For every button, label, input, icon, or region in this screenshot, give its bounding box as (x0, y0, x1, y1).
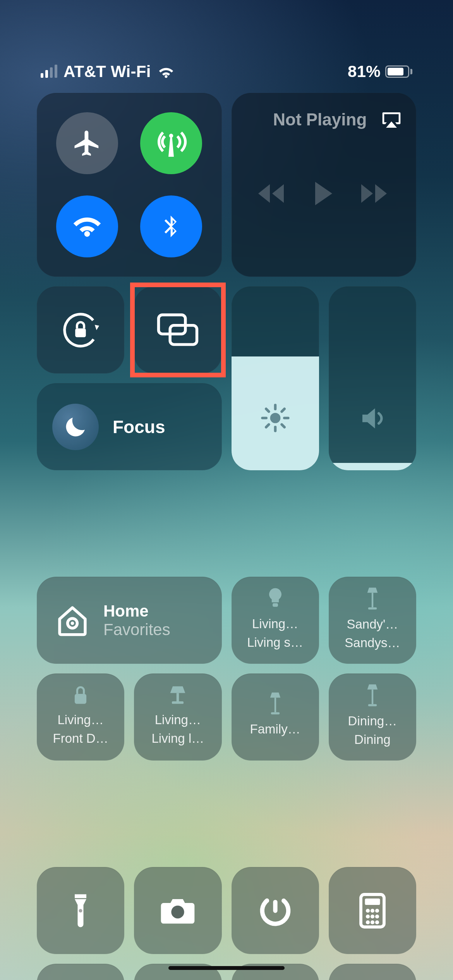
device-label-1: Living… (155, 712, 201, 728)
play-icon[interactable] (312, 181, 335, 206)
connectivity-module[interactable] (37, 93, 222, 277)
wifi-icon (157, 65, 175, 79)
floor-lamp-icon (365, 684, 380, 708)
airplay-icon[interactable] (381, 110, 402, 129)
svg-point-14 (71, 621, 74, 625)
svg-line-9 (266, 409, 269, 411)
device-label-1: Living… (58, 712, 104, 728)
svg-point-26 (172, 905, 184, 918)
forward-icon[interactable] (361, 182, 389, 205)
status-right: 81% (348, 62, 412, 81)
home-device-5[interactable]: Family… (232, 673, 319, 761)
svg-point-37 (366, 920, 370, 924)
home-indicator[interactable] (168, 966, 285, 970)
timer-icon (258, 893, 293, 928)
svg-rect-19 (177, 693, 179, 702)
flashlight-icon (69, 891, 92, 930)
home-device-1[interactable]: Living… Living s… (232, 577, 319, 664)
focus-circle (52, 404, 99, 450)
svg-rect-18 (75, 694, 86, 704)
camera-icon (158, 895, 197, 926)
device-label-1: Family… (250, 721, 300, 737)
svg-point-31 (366, 908, 370, 912)
svg-line-11 (266, 425, 269, 427)
wallet-button[interactable] (37, 964, 124, 980)
calculator-icon (358, 892, 387, 929)
media-title: Not Playing (259, 110, 381, 129)
floor-lamp-icon (268, 692, 283, 716)
svg-rect-30 (365, 898, 380, 905)
airplane-mode-button[interactable] (56, 112, 118, 174)
camera-button[interactable] (134, 867, 221, 954)
svg-point-39 (375, 920, 379, 924)
bluetooth-button[interactable] (140, 195, 202, 257)
svg-rect-20 (172, 701, 184, 704)
svg-rect-23 (372, 690, 373, 704)
svg-rect-17 (368, 607, 377, 610)
svg-point-32 (371, 908, 374, 912)
moon-icon (63, 414, 88, 440)
battery-percent: 81% (348, 62, 381, 81)
wifi-icon (72, 211, 103, 242)
rewind-icon[interactable] (258, 182, 286, 205)
spacer (37, 770, 416, 793)
volume-fill (329, 463, 416, 470)
control-center: Not Playing (37, 93, 416, 957)
carrier-label: AT&T Wi-Fi (63, 62, 151, 81)
spacer (37, 480, 416, 567)
svg-point-36 (375, 914, 379, 918)
media-module[interactable]: Not Playing (232, 93, 417, 277)
orientation-lock-button[interactable] (37, 286, 124, 373)
brightness-slider[interactable] (232, 286, 319, 470)
svg-rect-15 (273, 603, 278, 607)
home-device-4[interactable]: Living… Living l… (134, 673, 221, 761)
device-label-2: Dining (354, 732, 391, 747)
svg-rect-24 (368, 704, 377, 706)
flashlight-button[interactable] (37, 867, 124, 954)
device-label-2: Front D… (53, 730, 108, 746)
cellular-data-button[interactable] (140, 112, 202, 174)
battery-icon (385, 65, 412, 78)
bluetooth-icon (159, 214, 184, 239)
airplane-icon (72, 128, 102, 158)
home-title: Home (103, 602, 170, 620)
hearing-button[interactable] (329, 964, 416, 980)
home-device-6[interactable]: Dining… Dining (329, 673, 416, 761)
screen-mirroring-button[interactable] (134, 286, 221, 373)
tutorial-highlight (130, 283, 225, 377)
speaker-icon (357, 403, 388, 433)
home-subtitle: Favorites (103, 620, 170, 639)
antenna-icon (155, 127, 187, 159)
home-favorites-button[interactable]: Home Favorites (37, 577, 222, 664)
svg-line-12 (281, 409, 284, 411)
floor-lamp-icon (365, 587, 380, 611)
focus-button[interactable]: Focus (37, 383, 222, 470)
svg-point-33 (375, 908, 379, 912)
svg-point-34 (366, 914, 370, 918)
device-label-2: Living l… (152, 730, 204, 746)
device-label-1: Living… (252, 616, 298, 632)
wifi-button[interactable] (56, 195, 118, 257)
timer-button[interactable] (232, 867, 319, 954)
status-left: AT&T Wi-Fi (41, 62, 175, 81)
svg-point-25 (79, 909, 82, 912)
home-text: Home Favorites (103, 602, 170, 639)
device-label-2: Sandys… (345, 635, 400, 651)
orientation-lock-icon (59, 309, 102, 351)
brightness-icon (260, 403, 291, 433)
lock-icon (72, 685, 89, 706)
volume-slider[interactable] (329, 286, 416, 470)
home-icon (55, 603, 89, 637)
svg-rect-16 (372, 593, 373, 608)
home-device-2[interactable]: Sandy'… Sandys… (329, 577, 416, 664)
focus-label: Focus (113, 416, 165, 437)
svg-line-10 (281, 425, 284, 427)
device-label-1: Dining… (348, 713, 397, 729)
bulb-icon (266, 587, 284, 610)
calculator-button[interactable] (329, 867, 416, 954)
home-device-3[interactable]: Living… Front D… (37, 673, 124, 761)
cellular-signal-icon (41, 65, 57, 78)
svg-point-4 (270, 413, 280, 423)
svg-rect-22 (271, 712, 280, 714)
svg-rect-1 (75, 328, 86, 337)
